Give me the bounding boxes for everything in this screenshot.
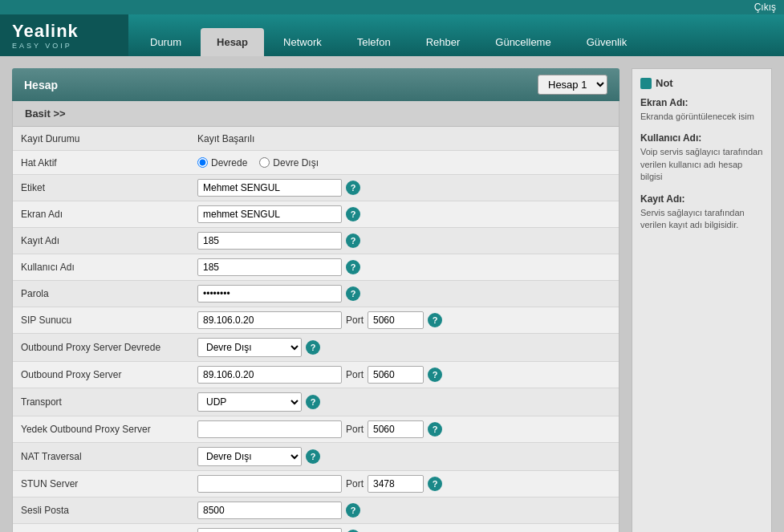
form-rows: Kayıt DurumuKayıt BaşarılıHat AktifDevre… — [13, 127, 619, 532]
radio-item-0[interactable]: Devrede — [197, 157, 247, 169]
form-row-outbound_proxy_devrede: Outbound Proxy Server DevredeDevre DışıD… — [13, 334, 619, 362]
form-row-outbound_proxy_server: Outbound Proxy ServerPort? — [13, 362, 619, 388]
header: Yealink EASY VOIP DurumHesapNetworkTelef… — [0, 14, 784, 56]
sidebar-section-text: Servis sağlayıcı tarafından verilen kayı… — [640, 207, 763, 232]
sidebar-section-title: Kullanıcı Adı: — [640, 132, 763, 144]
sidebar-section: Ekran Adı:Ekranda görüntülenecek isim — [640, 97, 763, 123]
help-icon-parola[interactable]: ? — [346, 286, 360, 301]
value-yedek_outbound: Port? — [197, 420, 611, 438]
radio-item-1[interactable]: Devre Dışı — [259, 157, 319, 169]
radio-input-1[interactable] — [259, 157, 270, 168]
value-outbound_proxy_server: Port? — [197, 366, 611, 384]
help-icon-outbound_proxy_server[interactable]: ? — [428, 368, 442, 382]
value-sesli_posta: ? — [197, 502, 611, 519]
help-icon-yedek_outbound[interactable]: ? — [428, 422, 442, 437]
right-panel: Not Ekran Adı:Ekranda görüntülenecek isi… — [632, 68, 772, 532]
label-sip_sunucu: SIP Sunucu — [21, 315, 197, 326]
value-sip_sunucu: Port? — [197, 311, 611, 329]
input-ekran_adi[interactable] — [197, 205, 342, 223]
select-nat_traversal[interactable]: Devre DışıDevrede — [197, 447, 302, 466]
input-parola[interactable] — [197, 285, 342, 303]
help-icon-sip_sunucu[interactable]: ? — [428, 313, 442, 327]
help-icon-stun_server[interactable]: ? — [428, 477, 442, 491]
input-sip_sunucu[interactable] — [197, 311, 342, 329]
help-icon-ekran_adi[interactable]: ? — [346, 207, 360, 221]
port-label-outbound_proxy_server: Port — [346, 369, 364, 380]
logo-text: Yealink — [12, 21, 116, 42]
sidebar-sections: Ekran Adı:Ekranda görüntülenecek isimKul… — [640, 97, 763, 231]
select-outbound_proxy_devrede[interactable]: Devre DışıDevrede — [197, 338, 302, 357]
nav-tab-hesap[interactable]: Hesap — [201, 28, 264, 56]
input-stun_server[interactable] — [197, 475, 342, 493]
left-panel: Hesap Hesap 1 Basit >> Kayıt DurumuKayıt… — [12, 68, 619, 532]
form-row-etiket: Etiket? — [13, 175, 619, 201]
input-yedek_outbound[interactable] — [197, 420, 342, 438]
nav-tab-network[interactable]: Network — [267, 28, 338, 56]
section-title: Hesap — [24, 79, 58, 91]
port-input-yedek_outbound[interactable] — [368, 420, 424, 438]
port-input-sip_sunucu[interactable] — [368, 311, 424, 329]
note-icon — [640, 78, 652, 89]
input-outbound_proxy_server[interactable] — [197, 366, 342, 384]
value-etiket: ? — [197, 179, 611, 197]
form-row-proxy_gereksinimi: Proxy Gereksinimi (opsiyonel)? — [13, 524, 619, 532]
form-table: Basit >> Kayıt DurumuKayıt BaşarılıHat A… — [12, 101, 619, 532]
help-icon-transport[interactable]: ? — [306, 395, 320, 409]
right-panel-title: Not — [656, 77, 673, 89]
form-row-hat_aktif: Hat AktifDevredeDevre Dışı — [13, 151, 619, 175]
help-icon-etiket[interactable]: ? — [346, 181, 360, 195]
form-row-kayit_adi: Kayıt Adı? — [13, 228, 619, 254]
form-row-nat_traversal: NAT TraversalDevre DışıDevrede? — [13, 443, 619, 471]
form-row-ekran_adi: Ekran Adı? — [13, 201, 619, 228]
help-icon-sesli_posta[interactable]: ? — [346, 503, 360, 518]
sidebar-section-text: Voip servis sağlayıcı tarafından verilen… — [640, 146, 763, 183]
label-sesli_posta: Sesli Posta — [21, 505, 197, 516]
sub-header: Basit >> — [13, 101, 619, 127]
help-icon-outbound_proxy_devrede[interactable]: ? — [306, 340, 320, 355]
radio-input-0[interactable] — [197, 157, 208, 168]
nav-tab-durum[interactable]: Durum — [134, 28, 197, 56]
nav-tab-rehber[interactable]: Rehber — [410, 28, 477, 56]
sidebar-section-title: Kayıt Adı: — [640, 193, 763, 205]
select-transport[interactable]: UDPTCPTLS — [197, 392, 302, 412]
sidebar-section-text: Ekranda görüntülenecek isim — [640, 111, 763, 123]
input-proxy_gereksinimi[interactable] — [197, 528, 342, 532]
form-row-kullanici_adi: Kullanıcı Adı? — [13, 254, 619, 281]
value-stun_server: Port? — [197, 475, 611, 493]
account-select[interactable]: Hesap 1 — [538, 75, 607, 95]
sidebar-section-title: Ekran Adı: — [640, 97, 763, 108]
input-sesli_posta[interactable] — [197, 502, 342, 519]
label-etiket: Etiket — [21, 182, 197, 193]
label-kayit_adi: Kayıt Adı — [21, 235, 197, 246]
label-stun_server: STUN Server — [21, 478, 197, 489]
sidebar-section: Kayıt Adı:Servis sağlayıcı tarafından ve… — [640, 193, 763, 232]
port-input-outbound_proxy_server[interactable] — [368, 366, 424, 384]
help-icon-kullanici_adi[interactable]: ? — [346, 260, 360, 274]
help-icon-kayit_adi[interactable]: ? — [346, 234, 360, 248]
label-outbound_proxy_devrede: Outbound Proxy Server Devrede — [21, 342, 197, 353]
value-nat_traversal: Devre DışıDevrede? — [197, 447, 611, 466]
label-kullanici_adi: Kullanıcı Adı — [21, 262, 197, 273]
value-hat_aktif: DevredeDevre Dışı — [197, 157, 611, 169]
form-row-yedek_outbound: Yedek Outbound Proxy ServerPort? — [13, 416, 619, 443]
form-row-sesli_posta: Sesli Posta? — [13, 497, 619, 524]
label-parola: Parola — [21, 288, 197, 299]
nav-tab-guncelleme[interactable]: Güncelleme — [479, 28, 567, 56]
input-etiket[interactable] — [197, 179, 342, 197]
value-proxy_gereksinimi: ? — [197, 528, 611, 532]
label-outbound_proxy_server: Outbound Proxy Server — [21, 369, 197, 380]
form-row-transport: TransportUDPTCPTLS? — [13, 388, 619, 416]
label-kayit_durumu: Kayıt Durumu — [21, 133, 197, 144]
exit-link[interactable]: Çıkış — [754, 2, 776, 13]
port-label-yedek_outbound: Port — [346, 424, 364, 435]
nav-tab-telefon[interactable]: Telefon — [341, 28, 407, 56]
nav-tab-guvenlik[interactable]: Güvenlik — [571, 28, 644, 56]
input-kullanici_adi[interactable] — [197, 258, 342, 276]
label-nat_traversal: NAT Traversal — [21, 451, 197, 462]
label-ekran_adi: Ekran Adı — [21, 209, 197, 220]
input-kayit_adi[interactable] — [197, 232, 342, 250]
form-row-stun_server: STUN ServerPort? — [13, 471, 619, 497]
port-input-stun_server[interactable] — [368, 475, 424, 493]
sidebar-section: Kullanıcı Adı:Voip servis sağlayıcı tara… — [640, 132, 763, 183]
help-icon-nat_traversal[interactable]: ? — [306, 449, 320, 464]
